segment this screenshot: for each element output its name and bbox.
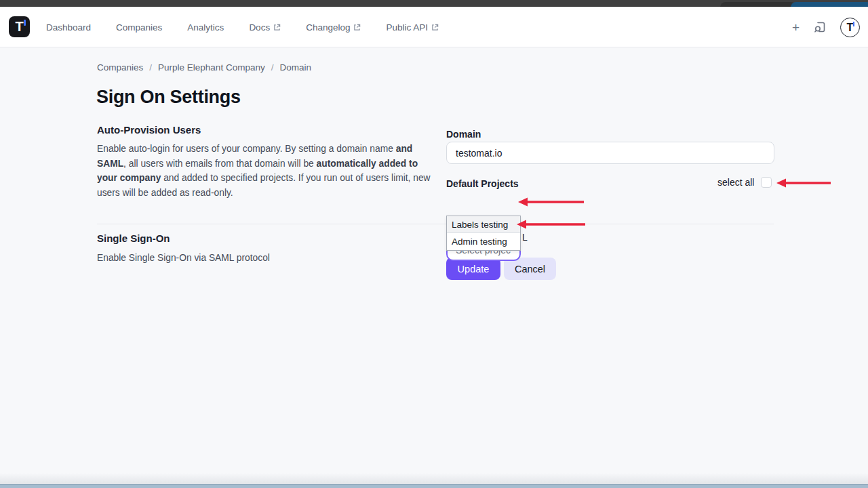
breadcrumb-separator: / xyxy=(271,62,274,73)
select-all-checkbox[interactable] xyxy=(761,177,772,188)
breadcrumb-current: Domain xyxy=(279,62,311,73)
browser-accent-shape xyxy=(791,2,868,7)
domain-label: Domain xyxy=(446,129,481,140)
nav-item-analytics[interactable]: Analytics xyxy=(187,22,224,33)
covered-saml-label-remnant: L xyxy=(522,232,528,243)
dropdown-option-labels-testing[interactable]: Labels testing xyxy=(447,216,520,233)
nav-item-changelog[interactable]: Changelog xyxy=(306,22,361,33)
dropdown-option-admin-testing[interactable]: Admin testing xyxy=(447,233,520,250)
avatar-letter: T xyxy=(847,22,854,33)
avatar-accent-mark xyxy=(853,22,854,26)
nav-item-companies[interactable]: Companies xyxy=(116,22,162,33)
app-logo[interactable]: T xyxy=(9,16,30,37)
default-projects-label: Default Projects xyxy=(446,178,519,189)
domain-input[interactable] xyxy=(446,142,774,164)
external-link-icon xyxy=(353,24,361,31)
select-all-label: select all xyxy=(717,177,754,188)
sso-description: Enable Single Sign-On via SAML protocol xyxy=(97,251,433,266)
breadcrumb-separator: / xyxy=(149,62,152,73)
nav-menu: Dashboard Companies Analytics Docs Chang… xyxy=(46,7,439,47)
add-icon[interactable]: + xyxy=(792,21,800,34)
page-title: Sign On Settings xyxy=(96,87,241,108)
annotation-arrow-dropdown-option xyxy=(517,219,587,230)
select-all-group: select all xyxy=(717,177,772,188)
external-link-icon xyxy=(431,24,439,31)
logo-accent-mark xyxy=(24,20,26,26)
annotation-arrow-select-all xyxy=(776,178,832,188)
external-link-icon xyxy=(273,24,281,31)
auto-provision-heading: Auto-Provision Users xyxy=(97,124,201,136)
sso-heading: Single Sign-On xyxy=(97,232,170,244)
nav-item-dashboard[interactable]: Dashboard xyxy=(46,22,91,33)
breadcrumb-companies[interactable]: Companies xyxy=(97,62,143,73)
section-divider xyxy=(97,224,774,224)
bottom-fade xyxy=(0,473,868,484)
browser-tab-shape-small xyxy=(720,2,796,7)
annotation-arrow-domain xyxy=(518,197,586,207)
search-docs-icon[interactable] xyxy=(813,20,827,34)
nav-right-cluster: + T xyxy=(792,7,860,47)
nav-item-docs[interactable]: Docs xyxy=(249,22,281,33)
user-avatar[interactable]: T xyxy=(840,18,860,37)
auto-provision-description: Enable auto-login for users of your comp… xyxy=(97,142,433,200)
app-logo-letter: T xyxy=(15,19,23,34)
breadcrumb: Companies / Purple Elephant Company / Do… xyxy=(97,62,311,73)
window-bottom-edge xyxy=(0,484,868,488)
main-content: Companies / Purple Elephant Company / Do… xyxy=(0,47,868,488)
nav-item-public-api[interactable]: Public API xyxy=(386,22,439,33)
project-dropdown: Labels testing Admin testing xyxy=(446,216,521,251)
top-navbar: T Dashboard Companies Analytics Docs Cha… xyxy=(0,7,868,47)
browser-chrome-strip xyxy=(0,0,868,7)
breadcrumb-company-name[interactable]: Purple Elephant Company xyxy=(158,62,265,73)
